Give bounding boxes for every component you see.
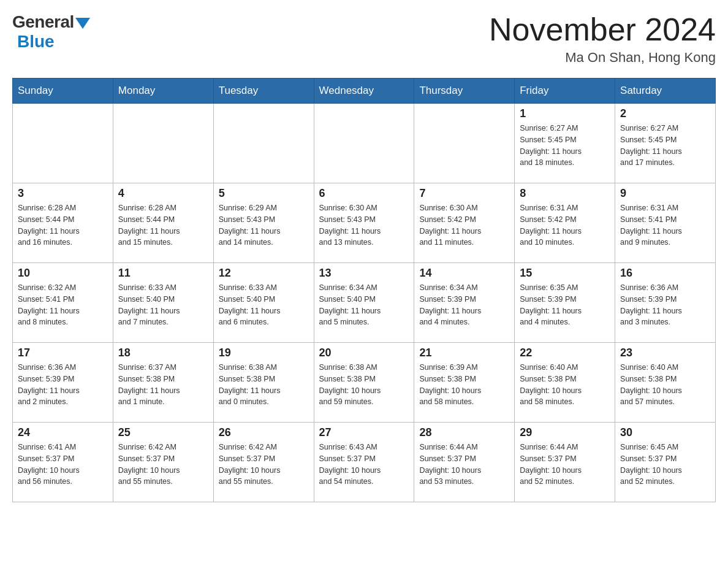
day-number: 19 xyxy=(219,347,309,359)
calendar-week-row: 3Sunrise: 6:28 AM Sunset: 5:44 PM Daylig… xyxy=(13,183,716,263)
logo-triangle-icon xyxy=(75,18,90,29)
month-title: November 2024 xyxy=(489,12,716,47)
day-info: Sunrise: 6:35 AM Sunset: 5:39 PM Dayligh… xyxy=(520,282,610,328)
day-info: Sunrise: 6:42 AM Sunset: 5:37 PM Dayligh… xyxy=(118,442,208,488)
weekday-header-saturday: Saturday xyxy=(615,79,716,104)
day-number: 4 xyxy=(118,187,208,200)
calendar-cell: 5Sunrise: 6:29 AM Sunset: 5:43 PM Daylig… xyxy=(213,183,314,263)
day-number: 5 xyxy=(219,187,309,200)
calendar-cell: 29Sunrise: 6:44 AM Sunset: 5:37 PM Dayli… xyxy=(515,423,615,502)
day-info: Sunrise: 6:33 AM Sunset: 5:40 PM Dayligh… xyxy=(219,282,309,328)
calendar-cell: 23Sunrise: 6:40 AM Sunset: 5:38 PM Dayli… xyxy=(615,343,716,423)
calendar-cell: 12Sunrise: 6:33 AM Sunset: 5:40 PM Dayli… xyxy=(213,263,314,343)
day-info: Sunrise: 6:32 AM Sunset: 5:41 PM Dayligh… xyxy=(18,282,108,328)
day-info: Sunrise: 6:38 AM Sunset: 5:38 PM Dayligh… xyxy=(219,362,309,408)
calendar-cell: 28Sunrise: 6:44 AM Sunset: 5:37 PM Dayli… xyxy=(414,423,515,502)
logo-blue-text: Blue xyxy=(17,32,55,52)
day-number: 26 xyxy=(219,426,309,439)
calendar-cell: 16Sunrise: 6:36 AM Sunset: 5:39 PM Dayli… xyxy=(615,263,716,343)
day-number: 9 xyxy=(620,187,710,200)
day-info: Sunrise: 6:27 AM Sunset: 5:45 PM Dayligh… xyxy=(620,123,710,169)
day-number: 20 xyxy=(319,347,409,359)
calendar-cell: 30Sunrise: 6:45 AM Sunset: 5:37 PM Dayli… xyxy=(615,423,716,502)
day-info: Sunrise: 6:28 AM Sunset: 5:44 PM Dayligh… xyxy=(18,202,108,248)
day-number: 25 xyxy=(118,426,208,439)
calendar-cell: 7Sunrise: 6:30 AM Sunset: 5:42 PM Daylig… xyxy=(414,183,515,263)
logo: General Blue xyxy=(12,12,90,52)
day-info: Sunrise: 6:27 AM Sunset: 5:45 PM Dayligh… xyxy=(520,123,610,169)
calendar-cell: 15Sunrise: 6:35 AM Sunset: 5:39 PM Dayli… xyxy=(515,263,615,343)
day-info: Sunrise: 6:44 AM Sunset: 5:37 PM Dayligh… xyxy=(520,442,610,488)
day-number: 13 xyxy=(319,267,409,280)
calendar-cell: 18Sunrise: 6:37 AM Sunset: 5:38 PM Dayli… xyxy=(113,343,213,423)
day-info: Sunrise: 6:30 AM Sunset: 5:42 PM Dayligh… xyxy=(419,202,509,248)
day-info: Sunrise: 6:45 AM Sunset: 5:37 PM Dayligh… xyxy=(620,442,710,488)
calendar-cell: 6Sunrise: 6:30 AM Sunset: 5:43 PM Daylig… xyxy=(314,183,414,263)
day-info: Sunrise: 6:31 AM Sunset: 5:42 PM Dayligh… xyxy=(520,202,610,248)
calendar-cell: 4Sunrise: 6:28 AM Sunset: 5:44 PM Daylig… xyxy=(113,183,213,263)
calendar-week-row: 10Sunrise: 6:32 AM Sunset: 5:41 PM Dayli… xyxy=(13,263,716,343)
day-number: 29 xyxy=(520,426,610,439)
calendar-cell: 2Sunrise: 6:27 AM Sunset: 5:45 PM Daylig… xyxy=(615,104,716,183)
weekday-header-monday: Monday xyxy=(113,79,213,104)
calendar-cell: 10Sunrise: 6:32 AM Sunset: 5:41 PM Dayli… xyxy=(13,263,113,343)
calendar-cell xyxy=(414,104,515,183)
calendar-week-row: 1Sunrise: 6:27 AM Sunset: 5:45 PM Daylig… xyxy=(13,104,716,183)
day-info: Sunrise: 6:40 AM Sunset: 5:38 PM Dayligh… xyxy=(620,362,710,408)
calendar-cell: 22Sunrise: 6:40 AM Sunset: 5:38 PM Dayli… xyxy=(515,343,615,423)
day-number: 11 xyxy=(118,267,208,280)
day-info: Sunrise: 6:30 AM Sunset: 5:43 PM Dayligh… xyxy=(319,202,409,248)
day-info: Sunrise: 6:39 AM Sunset: 5:38 PM Dayligh… xyxy=(419,362,509,408)
calendar-cell: 26Sunrise: 6:42 AM Sunset: 5:37 PM Dayli… xyxy=(213,423,314,502)
logo-general-text: General xyxy=(12,12,74,32)
day-number: 18 xyxy=(118,347,208,359)
location: Ma On Shan, Hong Kong xyxy=(489,50,716,66)
day-number: 22 xyxy=(520,347,610,359)
weekday-header-sunday: Sunday xyxy=(13,79,113,104)
calendar-cell: 14Sunrise: 6:34 AM Sunset: 5:39 PM Dayli… xyxy=(414,263,515,343)
weekday-header-tuesday: Tuesday xyxy=(213,79,314,104)
calendar-cell xyxy=(113,104,213,183)
calendar-cell: 13Sunrise: 6:34 AM Sunset: 5:40 PM Dayli… xyxy=(314,263,414,343)
calendar-cell: 9Sunrise: 6:31 AM Sunset: 5:41 PM Daylig… xyxy=(615,183,716,263)
weekday-header-friday: Friday xyxy=(515,79,615,104)
day-info: Sunrise: 6:36 AM Sunset: 5:39 PM Dayligh… xyxy=(620,282,710,328)
weekday-header-thursday: Thursday xyxy=(414,79,515,104)
day-info: Sunrise: 6:34 AM Sunset: 5:39 PM Dayligh… xyxy=(419,282,509,328)
day-info: Sunrise: 6:37 AM Sunset: 5:38 PM Dayligh… xyxy=(118,362,208,408)
calendar-cell: 17Sunrise: 6:36 AM Sunset: 5:39 PM Dayli… xyxy=(13,343,113,423)
day-number: 27 xyxy=(319,426,409,439)
calendar-cell: 19Sunrise: 6:38 AM Sunset: 5:38 PM Dayli… xyxy=(213,343,314,423)
day-number: 7 xyxy=(419,187,509,200)
day-info: Sunrise: 6:36 AM Sunset: 5:39 PM Dayligh… xyxy=(18,362,108,408)
day-number: 28 xyxy=(419,426,509,439)
day-number: 14 xyxy=(419,267,509,280)
day-info: Sunrise: 6:42 AM Sunset: 5:37 PM Dayligh… xyxy=(219,442,309,488)
day-number: 16 xyxy=(620,267,710,280)
day-number: 21 xyxy=(419,347,509,359)
day-info: Sunrise: 6:29 AM Sunset: 5:43 PM Dayligh… xyxy=(219,202,309,248)
day-info: Sunrise: 6:31 AM Sunset: 5:41 PM Dayligh… xyxy=(620,202,710,248)
calendar-cell: 8Sunrise: 6:31 AM Sunset: 5:42 PM Daylig… xyxy=(515,183,615,263)
calendar-cell: 1Sunrise: 6:27 AM Sunset: 5:45 PM Daylig… xyxy=(515,104,615,183)
calendar-cell: 24Sunrise: 6:41 AM Sunset: 5:37 PM Dayli… xyxy=(13,423,113,502)
day-number: 8 xyxy=(520,187,610,200)
calendar-week-row: 24Sunrise: 6:41 AM Sunset: 5:37 PM Dayli… xyxy=(13,423,716,502)
day-number: 17 xyxy=(18,347,108,359)
title-block: November 2024 Ma On Shan, Hong Kong xyxy=(489,12,716,66)
day-number: 3 xyxy=(18,187,108,200)
day-number: 24 xyxy=(18,426,108,439)
day-number: 15 xyxy=(520,267,610,280)
day-info: Sunrise: 6:41 AM Sunset: 5:37 PM Dayligh… xyxy=(18,442,108,488)
calendar-table: SundayMondayTuesdayWednesdayThursdayFrid… xyxy=(12,78,716,502)
day-info: Sunrise: 6:40 AM Sunset: 5:38 PM Dayligh… xyxy=(520,362,610,408)
calendar-cell: 27Sunrise: 6:43 AM Sunset: 5:37 PM Dayli… xyxy=(314,423,414,502)
calendar-cell: 3Sunrise: 6:28 AM Sunset: 5:44 PM Daylig… xyxy=(13,183,113,263)
day-info: Sunrise: 6:43 AM Sunset: 5:37 PM Dayligh… xyxy=(319,442,409,488)
day-info: Sunrise: 6:44 AM Sunset: 5:37 PM Dayligh… xyxy=(419,442,509,488)
calendar-cell: 20Sunrise: 6:38 AM Sunset: 5:38 PM Dayli… xyxy=(314,343,414,423)
calendar-cell: 11Sunrise: 6:33 AM Sunset: 5:40 PM Dayli… xyxy=(113,263,213,343)
day-number: 2 xyxy=(620,107,710,120)
calendar-cell xyxy=(213,104,314,183)
day-number: 30 xyxy=(620,426,710,439)
